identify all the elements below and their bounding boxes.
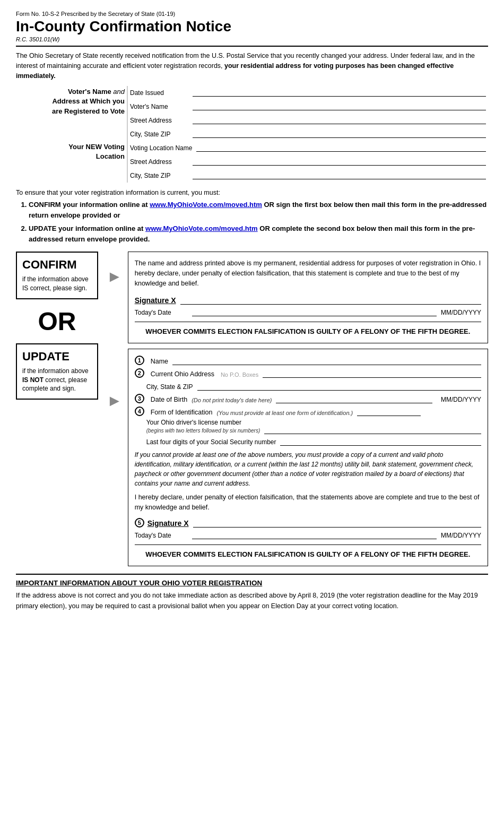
update-id-row: 4 Form of Identification (You must provi…: [135, 407, 481, 416]
voter-info-table: Voter's Name andAddress at Which youare …: [16, 86, 488, 183]
update-date-format: MM/DD/YYYY: [441, 532, 481, 539]
instructions-list: CONFIRM your information online at www.M…: [29, 200, 488, 244]
confirm-date-format: MM/DD/YYYY: [441, 309, 481, 316]
street-address-line: [193, 115, 486, 124]
ssn-line: [280, 436, 481, 446]
update-address-label: Current Ohio Address: [151, 370, 214, 378]
circle-2: 2: [135, 368, 144, 378]
update-signature-line: [193, 517, 482, 528]
street-address-field: Street Address: [127, 114, 488, 127]
dob-format: MM/DD/YYYY: [441, 396, 481, 403]
update-box: UPDATE if the information above IS NOT c…: [16, 343, 98, 400]
update-link[interactable]: www.MyOhioVote.com/moved.htm: [145, 224, 258, 232]
arrow-column: ► ►: [107, 252, 123, 410]
update-address-row: 2 Current Ohio Address No P.O. Boxes: [135, 368, 481, 378]
important-title: IMPORTANT INFORMATION ABOUT YOUR OHIO VO…: [16, 579, 488, 587]
left-column: CONFIRM if the information above IS corr…: [16, 252, 98, 566]
voting-location-city-line: [193, 170, 486, 179]
confirm-date-line: [192, 307, 437, 316]
id-line: [357, 407, 421, 416]
or-text: OR: [16, 307, 98, 336]
form-number: Form No. 10-S-2 Prescribed by the Secret…: [16, 11, 488, 17]
confirm-date-row: Today's Date MM/DD/YYYY: [135, 307, 481, 316]
update-todays-date-label: Today's Date: [135, 532, 188, 539]
right-with-arrows: ► ► The name and address printed above i…: [107, 252, 488, 566]
no-po-text: No P.O. Boxes: [221, 371, 258, 378]
update-city-line: [197, 381, 481, 391]
update-date-row: Today's Date MM/DD/YYYY: [135, 530, 481, 539]
update-section: 1 Name 2 Current Ohio Address No P.O. Bo…: [128, 349, 488, 566]
ensure-text: To ensure that your voter registration i…: [16, 189, 488, 196]
important-divider: [16, 574, 488, 575]
confirm-box: CONFIRM if the information above IS corr…: [16, 252, 98, 299]
update-label: UPDATE: [22, 350, 92, 364]
ssn-label: Last four digits of your Social Security…: [146, 438, 276, 446]
update-city-label: City, State & ZIP: [146, 383, 193, 391]
driver-label: Your Ohio driver's license number: [146, 419, 241, 426]
update-name-line: [172, 356, 481, 365]
ssn-row: Last four digits of your Social Security…: [135, 436, 481, 446]
voter-section-label: Voter's Name andAddress at Which youare …: [16, 86, 127, 141]
confirm-link[interactable]: www.MyOhioVote.com/moved.htm: [150, 201, 262, 209]
confirm-felony-warning: WHOEVER COMMITS ELECTION FALSIFICATION I…: [135, 322, 481, 337]
update-address-line: [263, 368, 481, 378]
voting-location-name-field: Voting Location Name: [127, 141, 488, 155]
instruction-1: CONFIRM your information online at www.M…: [29, 200, 488, 220]
confirm-statement: The name and address printed above is my…: [135, 258, 481, 288]
driver-line: [264, 425, 481, 434]
voting-location-street-line: [193, 156, 486, 166]
confirm-signature-label: Signature X: [135, 296, 176, 305]
confirm-signature-line: [180, 294, 482, 305]
date-issued-field: Date Issued: [127, 86, 488, 100]
confirm-signature-row: Signature X: [135, 294, 481, 305]
driver-row: Your Ohio driver's license number (begin…: [135, 418, 481, 434]
voting-location-name-line: [196, 142, 486, 152]
voting-location-street-field: Street Address: [127, 155, 488, 169]
update-arrow-icon: ►: [107, 392, 123, 410]
update-declare-text: I hereby declare, under penalty of elect…: [135, 492, 481, 513]
update-felony-warning: WHOEVER COMMITS ELECTION FALSIFICATION I…: [135, 544, 481, 560]
city-state-zip-line: [193, 128, 486, 138]
sections-column: The name and address printed above is my…: [128, 252, 488, 566]
confirm-sub-text: if the information above IS correct, ple…: [22, 275, 89, 292]
voting-location-label: Your NEW VotingLocation: [16, 141, 127, 183]
update-city-row: City, State & ZIP: [135, 381, 481, 391]
id-note: (You must provide at least one form of i…: [216, 410, 353, 416]
confirm-label: CONFIRM: [22, 258, 92, 272]
circle-5: 5: [135, 518, 144, 528]
update-date-line: [192, 530, 437, 539]
dob-note: (Do not print today's date here): [192, 397, 272, 403]
dob-label: Date of Birth: [151, 396, 187, 403]
update-dob-row: 3 Date of Birth (Do not print today's da…: [135, 394, 481, 403]
update-name-label: Name: [151, 358, 168, 365]
id-label: Form of Identification: [151, 409, 213, 416]
confirm-todays-date-label: Today's Date: [135, 309, 188, 316]
confirm-arrow-icon: ►: [107, 267, 123, 286]
voting-location-city-field: City, State ZIP: [127, 169, 488, 183]
header-divider: [16, 46, 488, 47]
voters-name-field: Voter's Name: [127, 100, 488, 114]
update-sub-text: if the information above IS NOT correct,…: [22, 367, 89, 393]
driver-sub: (begins with two letters followed by six…: [146, 428, 260, 434]
intro-text: The Ohio Secretary of State recently rec…: [16, 51, 488, 81]
date-issued-line: [193, 87, 486, 97]
circle-1: 1: [135, 356, 144, 365]
important-section: IMPORTANT INFORMATION ABOUT YOUR OHIO VO…: [16, 574, 488, 611]
instruction-2: UPDATE your information online at www.My…: [29, 223, 488, 244]
update-signature-row: 5 Signature X: [135, 517, 481, 528]
circle-4: 4: [135, 407, 144, 416]
important-text: If the address above is not correct and …: [16, 590, 488, 611]
dob-line: [276, 394, 432, 403]
voters-name-line: [193, 101, 486, 110]
circle-3: 3: [135, 394, 144, 403]
update-italic-para: If you cannot provide at least one of th…: [135, 450, 481, 488]
city-state-zip-field: City, State ZIP: [127, 127, 488, 141]
main-title: In-County Confirmation Notice: [16, 18, 488, 35]
main-layout: CONFIRM if the information above IS corr…: [16, 252, 488, 566]
update-name-row: 1 Name: [135, 356, 481, 365]
rc-number: R.C. 3501.01(W): [16, 36, 488, 42]
confirm-section: The name and address printed above is my…: [128, 252, 488, 343]
update-signature-label: Signature X: [147, 519, 189, 528]
